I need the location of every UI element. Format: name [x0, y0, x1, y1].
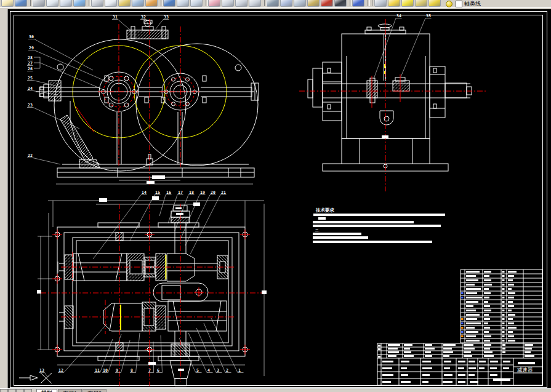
zoom-window-icon[interactable] — [235, 0, 247, 7]
layout-tab-bar: |◀◀▶▶| 模型布局1布局2 — [0, 388, 551, 392]
part-label-11: 11 — [95, 368, 100, 373]
part-label-31: 31 — [113, 15, 118, 20]
part-label-10: 10 — [103, 368, 108, 373]
plot-icon[interactable] — [33, 0, 45, 7]
undo-list-icon[interactable] — [177, 0, 189, 7]
paste-special-icon[interactable] — [145, 0, 158, 7]
part-label-8: 8 — [131, 368, 133, 373]
part-label-23: 23 — [28, 103, 33, 108]
part-label-32: 32 — [141, 15, 146, 20]
tab-nav-button[interactable]: ▶ — [16, 389, 24, 392]
layers-stack-icon[interactable] — [374, 0, 387, 7]
part-label-14: 14 — [142, 190, 147, 195]
tab-nav-button[interactable]: ▶| — [24, 389, 32, 392]
layer-freeze-sun-icon[interactable] — [401, 0, 414, 7]
drawing-svg[interactable]: 技术要求 三. 减速器 3029282726252423223132333435… — [8, 9, 551, 388]
tab-nav-buttons: |◀◀▶▶| — [0, 389, 32, 392]
title-block-product: 减速器 — [517, 367, 533, 373]
part-label-22: 22 — [28, 153, 33, 158]
title-block: 减速器 — [377, 343, 542, 385]
layer-on-bulb-icon[interactable] — [388, 0, 400, 7]
part-label-26: 26 — [28, 66, 33, 71]
toolbar-separator — [28, 0, 33, 7]
toolbar-separator — [348, 0, 352, 7]
part-label-15: 15 — [155, 190, 160, 195]
tech-requirements-title: 技术要求 — [315, 207, 335, 213]
tab-布局1[interactable]: 布局1 — [58, 389, 82, 392]
flange-bolt-symbols — [52, 230, 250, 354]
pan-icon[interactable] — [208, 0, 220, 7]
save-icon[interactable] — [15, 0, 27, 7]
part-number-labels: 3029282726252423223132333435141516171819… — [27, 14, 432, 377]
view-side — [299, 19, 487, 191]
table-icon[interactable] — [280, 0, 292, 7]
part-label-30: 30 — [29, 34, 34, 39]
part-label-20: 20 — [211, 190, 215, 195]
part-label-18: 18 — [189, 190, 194, 195]
toolbar-icons — [1, 0, 442, 7]
screen-menu-icon[interactable] — [321, 0, 333, 7]
layout-tabs: 模型布局1布局2 — [36, 389, 107, 392]
part-label-4: 4 — [207, 368, 210, 373]
tab-布局2[interactable]: 布局2 — [82, 389, 107, 392]
plot-preview-icon[interactable] — [46, 0, 58, 7]
find-text-icon[interactable] — [267, 0, 279, 7]
view-section — [19, 201, 265, 386]
part-label-28: 28 — [28, 55, 33, 60]
view-front — [34, 19, 259, 186]
bom-table — [461, 270, 542, 343]
part-label-29: 29 — [29, 46, 34, 50]
part-label-34: 34 — [396, 14, 401, 18]
help-icon[interactable] — [352, 0, 364, 7]
part-label-2: 2 — [226, 368, 228, 373]
part-label-3: 3 — [217, 368, 219, 373]
tech-item-mark: 三. — [315, 228, 320, 232]
layer-lock-icon[interactable] — [415, 0, 427, 7]
part-label-33: 33 — [164, 15, 169, 20]
left-dock-strip — [0, 9, 8, 388]
grid-table-icon[interactable] — [334, 0, 347, 7]
undo-icon[interactable] — [163, 0, 175, 7]
part-label-19: 19 — [200, 190, 205, 195]
part-label-25: 25 — [28, 76, 33, 81]
toolbar-separator — [204, 0, 208, 7]
field-icon[interactable] — [294, 0, 306, 7]
publish-icon[interactable] — [60, 0, 72, 7]
zoom-previous-icon[interactable] — [249, 0, 261, 7]
zoom-realtime-icon[interactable] — [222, 0, 234, 7]
cut-icon[interactable] — [91, 0, 103, 7]
toolbar: 轴类线 — [0, 0, 551, 7]
toolbar-separator — [370, 0, 374, 7]
part-label-27: 27 — [28, 61, 33, 66]
etransmit-globe-icon[interactable] — [73, 0, 86, 7]
part-label-35: 35 — [426, 14, 431, 18]
toolbar-separator — [87, 0, 91, 7]
tab-模型[interactable]: 模型 — [36, 389, 57, 392]
paste-icon[interactable] — [118, 0, 131, 7]
part-label-12: 12 — [58, 368, 63, 373]
part-label-24: 24 — [28, 86, 33, 91]
match-properties-icon[interactable] — [132, 0, 144, 7]
drawing-canvas[interactable]: 技术要求 三. 减速器 3029282726252423223132333435… — [8, 9, 551, 388]
toolbar-separator — [262, 0, 267, 7]
part-label-16: 16 — [166, 190, 171, 195]
layer-checkbox[interactable] — [456, 1, 462, 7]
new-icon[interactable] — [1, 0, 14, 7]
layer-name-label: 轴类线 — [464, 0, 481, 7]
part-label-21: 21 — [221, 190, 226, 195]
part-label-9: 9 — [116, 368, 118, 373]
toolbar-separator — [159, 0, 163, 7]
make-current-icon[interactable] — [428, 0, 441, 7]
part-label-17: 17 — [178, 190, 183, 195]
tab-nav-button[interactable]: ◀ — [8, 389, 16, 392]
layer-properties-icon[interactable] — [307, 0, 320, 7]
redo-icon[interactable] — [190, 0, 203, 7]
part-label-7: 7 — [148, 368, 151, 373]
sheet-frame — [10, 12, 547, 388]
part-label-13: 13 — [39, 368, 44, 373]
part-label-6: 6 — [157, 368, 159, 373]
tech-requirements: 技术要求 三. — [313, 207, 445, 243]
layer-color-ball-icon[interactable] — [446, 1, 452, 7]
copy-icon[interactable] — [105, 0, 117, 7]
tab-nav-button[interactable]: |◀ — [0, 389, 8, 392]
